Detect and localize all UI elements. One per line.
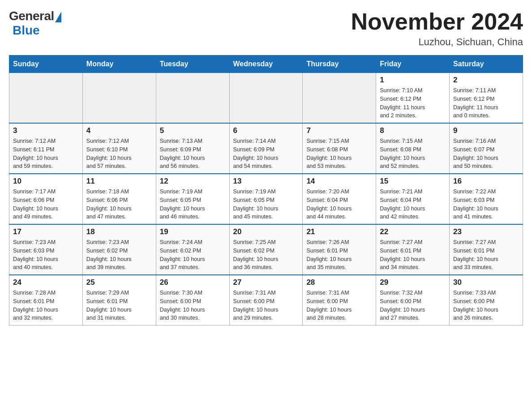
day-number: 10 [13, 177, 79, 186]
calendar-week-row: 1Sunrise: 7:10 AM Sunset: 6:12 PM Daylig… [9, 73, 523, 124]
header-tuesday: Tuesday [156, 56, 229, 73]
day-number: 19 [160, 227, 226, 236]
table-row: 21Sunrise: 7:26 AM Sunset: 6:01 PM Dayli… [303, 224, 376, 275]
logo: General Blue [9, 9, 61, 38]
day-info: Sunrise: 7:32 AM Sunset: 6:00 PM Dayligh… [380, 289, 446, 322]
day-number: 29 [380, 278, 446, 287]
day-info: Sunrise: 7:15 AM Sunset: 6:08 PM Dayligh… [380, 137, 446, 171]
day-info: Sunrise: 7:14 AM Sunset: 6:09 PM Dayligh… [233, 137, 299, 171]
table-row: 5Sunrise: 7:13 AM Sunset: 6:09 PM Daylig… [156, 123, 229, 174]
day-info: Sunrise: 7:23 AM Sunset: 6:03 PM Dayligh… [13, 238, 79, 272]
table-row [156, 73, 229, 124]
table-row: 10Sunrise: 7:17 AM Sunset: 6:06 PM Dayli… [9, 174, 83, 224]
day-info: Sunrise: 7:10 AM Sunset: 6:12 PM Dayligh… [380, 86, 446, 120]
day-info: Sunrise: 7:19 AM Sunset: 6:05 PM Dayligh… [233, 188, 299, 221]
day-number: 20 [233, 227, 299, 236]
day-number: 7 [306, 126, 372, 135]
logo-triangle-icon [55, 12, 61, 22]
day-info: Sunrise: 7:33 AM Sunset: 6:00 PM Dayligh… [453, 289, 519, 322]
table-row: 1Sunrise: 7:10 AM Sunset: 6:12 PM Daylig… [376, 73, 450, 124]
table-row: 24Sunrise: 7:28 AM Sunset: 6:01 PM Dayli… [9, 275, 83, 325]
day-number: 3 [13, 126, 79, 135]
day-number: 27 [233, 278, 299, 287]
table-row: 22Sunrise: 7:27 AM Sunset: 6:01 PM Dayli… [376, 224, 450, 275]
day-number: 22 [380, 227, 446, 236]
day-info: Sunrise: 7:31 AM Sunset: 6:00 PM Dayligh… [233, 289, 299, 322]
calendar-week-row: 24Sunrise: 7:28 AM Sunset: 6:01 PM Dayli… [9, 275, 523, 325]
table-row: 13Sunrise: 7:19 AM Sunset: 6:05 PM Dayli… [229, 174, 303, 224]
day-number: 2 [453, 76, 519, 85]
day-info: Sunrise: 7:27 AM Sunset: 6:01 PM Dayligh… [453, 238, 519, 272]
table-row: 19Sunrise: 7:24 AM Sunset: 6:02 PM Dayli… [156, 224, 229, 275]
day-number: 14 [306, 177, 372, 186]
calendar-title: November 2024 [351, 9, 523, 34]
day-info: Sunrise: 7:17 AM Sunset: 6:06 PM Dayligh… [13, 188, 79, 221]
day-info: Sunrise: 7:19 AM Sunset: 6:05 PM Dayligh… [160, 188, 226, 221]
day-number: 28 [306, 278, 372, 287]
day-info: Sunrise: 7:11 AM Sunset: 6:12 PM Dayligh… [453, 86, 519, 120]
day-info: Sunrise: 7:20 AM Sunset: 6:04 PM Dayligh… [306, 188, 372, 221]
table-row: 6Sunrise: 7:14 AM Sunset: 6:09 PM Daylig… [229, 123, 303, 174]
day-info: Sunrise: 7:29 AM Sunset: 6:01 PM Dayligh… [86, 289, 152, 322]
day-info: Sunrise: 7:21 AM Sunset: 6:04 PM Dayligh… [380, 188, 446, 221]
table-row: 28Sunrise: 7:31 AM Sunset: 6:00 PM Dayli… [303, 275, 376, 325]
day-info: Sunrise: 7:23 AM Sunset: 6:02 PM Dayligh… [86, 238, 152, 272]
table-row: 23Sunrise: 7:27 AM Sunset: 6:01 PM Dayli… [450, 224, 523, 275]
calendar-week-row: 3Sunrise: 7:12 AM Sunset: 6:11 PM Daylig… [9, 123, 523, 174]
day-number: 25 [86, 278, 152, 287]
day-info: Sunrise: 7:28 AM Sunset: 6:01 PM Dayligh… [13, 289, 79, 322]
logo-blue-text: Blue [13, 23, 40, 38]
table-row: 2Sunrise: 7:11 AM Sunset: 6:12 PM Daylig… [450, 73, 523, 124]
day-info: Sunrise: 7:16 AM Sunset: 6:07 PM Dayligh… [453, 137, 519, 171]
calendar-week-row: 10Sunrise: 7:17 AM Sunset: 6:06 PM Dayli… [9, 174, 523, 224]
header-saturday: Saturday [450, 56, 523, 73]
table-row [303, 73, 376, 124]
day-info: Sunrise: 7:27 AM Sunset: 6:01 PM Dayligh… [380, 238, 446, 272]
calendar-subtitle: Luzhou, Sichuan, China [351, 36, 523, 48]
day-info: Sunrise: 7:18 AM Sunset: 6:06 PM Dayligh… [86, 188, 152, 221]
table-row: 18Sunrise: 7:23 AM Sunset: 6:02 PM Dayli… [82, 224, 156, 275]
day-number: 11 [86, 177, 152, 186]
header-thursday: Thursday [303, 56, 376, 73]
day-number: 9 [453, 126, 519, 135]
table-row: 3Sunrise: 7:12 AM Sunset: 6:11 PM Daylig… [9, 123, 83, 174]
table-row [229, 73, 303, 124]
table-row: 11Sunrise: 7:18 AM Sunset: 6:06 PM Dayli… [82, 174, 156, 224]
day-info: Sunrise: 7:12 AM Sunset: 6:11 PM Dayligh… [13, 137, 79, 171]
day-number: 5 [160, 126, 226, 135]
weekday-header-row: Sunday Monday Tuesday Wednesday Thursday… [9, 56, 523, 73]
day-number: 12 [160, 177, 226, 186]
day-number: 8 [380, 126, 446, 135]
title-area: November 2024 Luzhou, Sichuan, China [351, 9, 523, 48]
logo-general-text: General [9, 9, 54, 23]
day-number: 17 [13, 227, 79, 236]
day-info: Sunrise: 7:30 AM Sunset: 6:00 PM Dayligh… [160, 289, 226, 322]
table-row: 16Sunrise: 7:22 AM Sunset: 6:03 PM Dayli… [450, 174, 523, 224]
table-row: 30Sunrise: 7:33 AM Sunset: 6:00 PM Dayli… [450, 275, 523, 325]
table-row [9, 73, 83, 124]
day-info: Sunrise: 7:12 AM Sunset: 6:10 PM Dayligh… [86, 137, 152, 171]
table-row: 8Sunrise: 7:15 AM Sunset: 6:08 PM Daylig… [376, 123, 450, 174]
day-info: Sunrise: 7:31 AM Sunset: 6:00 PM Dayligh… [306, 289, 372, 322]
day-number: 24 [13, 278, 79, 287]
header-monday: Monday [82, 56, 156, 73]
day-number: 30 [453, 278, 519, 287]
day-number: 6 [233, 126, 299, 135]
day-info: Sunrise: 7:24 AM Sunset: 6:02 PM Dayligh… [160, 238, 226, 272]
day-info: Sunrise: 7:25 AM Sunset: 6:02 PM Dayligh… [233, 238, 299, 272]
day-number: 1 [380, 76, 446, 85]
table-row: 20Sunrise: 7:25 AM Sunset: 6:02 PM Dayli… [229, 224, 303, 275]
table-row [82, 73, 156, 124]
header: General Blue November 2024 Luzhou, Sichu… [9, 9, 523, 48]
day-number: 13 [233, 177, 299, 186]
table-row: 17Sunrise: 7:23 AM Sunset: 6:03 PM Dayli… [9, 224, 83, 275]
table-row: 12Sunrise: 7:19 AM Sunset: 6:05 PM Dayli… [156, 174, 229, 224]
day-info: Sunrise: 7:26 AM Sunset: 6:01 PM Dayligh… [306, 238, 372, 272]
day-number: 26 [160, 278, 226, 287]
day-number: 16 [453, 177, 519, 186]
day-number: 18 [86, 227, 152, 236]
header-sunday: Sunday [9, 56, 83, 73]
table-row: 14Sunrise: 7:20 AM Sunset: 6:04 PM Dayli… [303, 174, 376, 224]
day-number: 15 [380, 177, 446, 186]
day-info: Sunrise: 7:15 AM Sunset: 6:08 PM Dayligh… [306, 137, 372, 171]
